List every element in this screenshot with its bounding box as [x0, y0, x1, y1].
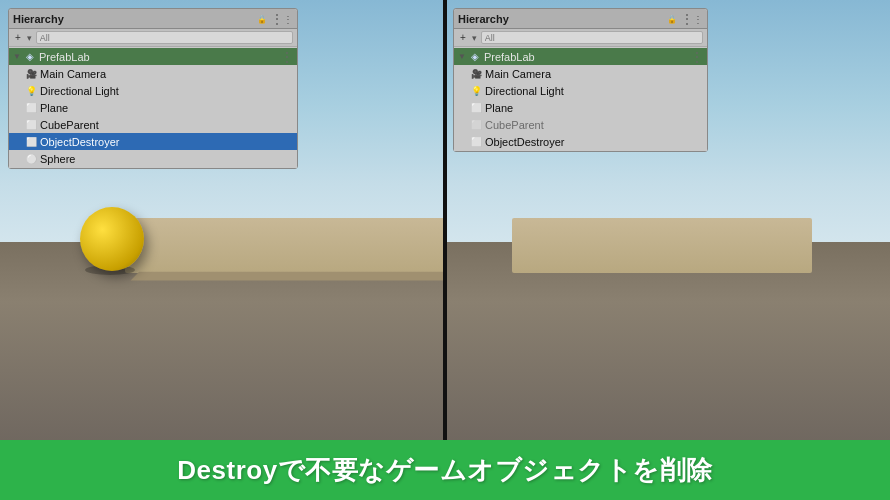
left-more-prefablab[interactable]: ⋮: [281, 50, 297, 64]
plane-object: [125, 218, 445, 273]
left-icon-object-destroyer: ⬜: [25, 136, 37, 148]
right-add-button[interactable]: +: [458, 32, 468, 43]
left-hierarchy-header-icons: ⋮: [257, 12, 293, 26]
right-label-cube-parent: CubeParent: [485, 119, 544, 131]
menu-icon: ⋮: [271, 12, 293, 26]
right-item-prefablab[interactable]: PrefabLab ⋮: [454, 48, 707, 65]
left-item-object-destroyer[interactable]: ⬜ ObjectDestroyer: [9, 133, 297, 150]
right-icon-camera: 🎥: [470, 68, 482, 80]
left-label-prefablab: PrefabLab: [39, 51, 90, 63]
left-icon-sphere: ⚪: [25, 153, 37, 165]
right-plane-object: [512, 218, 812, 273]
left-hierarchy-header: Hierarchy ⋮: [9, 9, 297, 29]
right-item-main-camera[interactable]: 🎥 Main Camera: [454, 65, 707, 82]
right-item-plane[interactable]: ⬜ Plane: [454, 99, 707, 116]
left-label-object-destroyer: ObjectDestroyer: [40, 136, 119, 148]
right-toolbar-separator: ▾: [472, 33, 477, 43]
right-hierarchy-header-icons: ⋮: [667, 12, 703, 26]
left-item-directional-light[interactable]: 💡 Directional Light: [9, 82, 297, 99]
left-icon-cube-parent: ⬜: [25, 119, 37, 131]
right-menu-icon: ⋮: [681, 12, 703, 26]
right-label-plane: Plane: [485, 102, 513, 114]
right-label-main-camera: Main Camera: [485, 68, 551, 80]
left-icon-prefablab: [24, 51, 36, 63]
right-icon-prefablab: [469, 51, 481, 63]
left-item-cube-parent[interactable]: ⬜ CubeParent: [9, 116, 297, 133]
right-hierarchy-header: Hierarchy ⋮: [454, 9, 707, 29]
left-label-cube-parent: CubeParent: [40, 119, 99, 131]
left-scene-view: Hierarchy ⋮ + ▾ PrefabLab ⋮: [0, 0, 445, 440]
right-label-object-destroyer: ObjectDestroyer: [485, 136, 564, 148]
right-label-directional-light: Directional Light: [485, 85, 564, 97]
right-hierarchy-content: PrefabLab ⋮ 🎥 Main Camera 💡 Directional …: [454, 47, 707, 151]
bottom-banner: Destroyで不要なゲームオブジェクトを削除: [0, 440, 890, 500]
right-icon-object-destroyer: ⬜: [470, 136, 482, 148]
left-icon-light: 💡: [25, 85, 37, 97]
left-hierarchy-panel: Hierarchy ⋮ + ▾ PrefabLab ⋮: [8, 8, 298, 169]
right-more-prefablab[interactable]: ⋮: [691, 50, 707, 64]
bottom-banner-text: Destroyで不要なゲームオブジェクトを削除: [177, 453, 712, 488]
left-hierarchy-title: Hierarchy: [13, 13, 257, 25]
right-item-directional-light[interactable]: 💡 Directional Light: [454, 82, 707, 99]
left-add-button[interactable]: +: [13, 32, 23, 43]
sphere-object: [80, 207, 144, 271]
right-icon-plane: ⬜: [470, 102, 482, 114]
right-icon-light: 💡: [470, 85, 482, 97]
left-icon-camera: 🎥: [25, 68, 37, 80]
right-icon-cube-parent: ⬜: [470, 119, 482, 131]
scene-divider: [443, 0, 447, 440]
right-hierarchy-toolbar: + ▾: [454, 29, 707, 47]
main-split-view: Hierarchy ⋮ + ▾ PrefabLab ⋮: [0, 0, 890, 440]
right-scene-view: Hierarchy ⋮ + ▾ PrefabLab ⋮: [445, 0, 890, 440]
left-label-main-camera: Main Camera: [40, 68, 106, 80]
left-hierarchy-toolbar: + ▾: [9, 29, 297, 47]
left-item-sphere[interactable]: ⚪ Sphere: [9, 150, 297, 167]
right-arrow-prefablab: [458, 52, 466, 61]
left-item-plane[interactable]: ⬜ Plane: [9, 99, 297, 116]
lock-icon: [257, 13, 267, 24]
left-item-prefablab[interactable]: PrefabLab ⋮: [9, 48, 297, 65]
left-arrow-prefablab: [13, 52, 21, 61]
left-item-main-camera[interactable]: 🎥 Main Camera: [9, 65, 297, 82]
right-item-object-destroyer[interactable]: ⬜ ObjectDestroyer: [454, 133, 707, 150]
left-label-directional-light: Directional Light: [40, 85, 119, 97]
left-search-input[interactable]: [36, 31, 293, 44]
right-label-prefablab: PrefabLab: [484, 51, 535, 63]
left-label-plane: Plane: [40, 102, 68, 114]
left-label-sphere: Sphere: [40, 153, 75, 165]
right-search-input[interactable]: [481, 31, 703, 44]
right-lock-icon: [667, 13, 677, 24]
left-icon-plane: ⬜: [25, 102, 37, 114]
left-hierarchy-content: PrefabLab ⋮ 🎥 Main Camera 💡 Directional …: [9, 47, 297, 168]
left-toolbar-separator: ▾: [27, 33, 32, 43]
right-hierarchy-title: Hierarchy: [458, 13, 667, 25]
right-item-cube-parent[interactable]: ⬜ CubeParent: [454, 116, 707, 133]
right-hierarchy-panel: Hierarchy ⋮ + ▾ PrefabLab ⋮: [453, 8, 708, 152]
